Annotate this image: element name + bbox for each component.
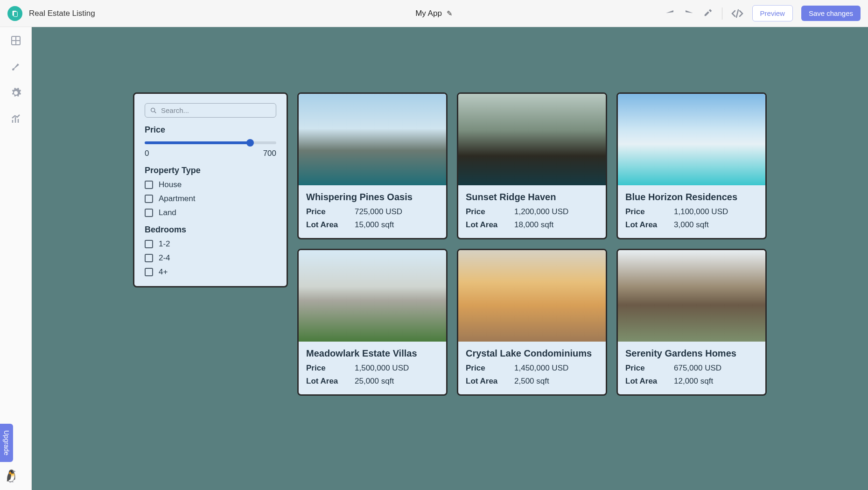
brush-icon[interactable] [10,61,22,73]
checkbox-label: Land [159,208,176,217]
price-key: Price [466,207,514,217]
lot-value: 15,000 sqft [355,220,394,230]
price-value: 1,100,000 USD [674,207,728,217]
price-value: 1,200,000 USD [514,207,568,217]
listings-grid: Whispering Pines Oasis Price725,000 USD … [297,92,767,396]
checkbox-label: Apartment [159,194,195,203]
price-key: Price [466,364,514,373]
slider-knob[interactable] [246,139,254,147]
slider-fill [145,141,250,144]
price-key: Price [625,364,674,373]
price-key: Price [306,364,355,373]
listing-card[interactable]: Crystal Lake Condominiums Price1,450,000… [457,249,607,396]
lot-value: 18,000 sqft [514,220,553,230]
mascot-icon: 🐧 [4,469,19,483]
app-title: My App [415,9,442,18]
listing-title: Whispering Pines Oasis [306,192,439,203]
redo-icon[interactable] [684,7,695,20]
checkbox-label: 4+ [159,267,168,277]
listing-image [299,250,446,342]
app-logo-icon [7,6,22,21]
undo-icon[interactable] [664,7,675,20]
chart-icon[interactable] [10,113,22,125]
price-key: Price [306,207,355,217]
listing-title: Blue Horizon Residences [625,192,758,203]
listing-title: Serenity Gardens Homes [625,348,758,359]
design-canvas[interactable]: Price 0 700 Property Type House Apartmen… [32,27,868,490]
price-value: 1,450,000 USD [514,364,568,373]
checkbox-label: 1-2 [159,239,170,249]
listing-title: Meadowlark Estate Villas [306,348,439,359]
price-max: 700 [263,149,276,158]
price-label: Price [145,125,276,135]
search-wrapper [145,103,276,118]
svg-line-9 [154,112,156,113]
toolbar-divider [722,7,722,20]
svg-rect-1 [14,12,17,17]
lot-key: Lot Area [306,220,355,230]
listing-card[interactable]: Meadowlark Estate Villas Price1,500,000 … [297,249,448,396]
price-slider[interactable] [145,141,276,144]
lot-value: 2,500 sqft [514,377,549,386]
listing-image [458,94,606,185]
checkbox-apartment[interactable] [145,195,153,203]
listing-title: Sunset Ridge Haven [466,192,598,203]
listing-image [458,250,606,342]
save-changes-button[interactable]: Save changes [801,6,861,21]
filter-panel[interactable]: Price 0 700 Property Type House Apartmen… [133,92,288,287]
bedrooms-label: Bedrooms [145,225,276,235]
property-type-label: Property Type [145,166,276,175]
workspace: Price 0 700 Property Type House Apartmen… [133,92,767,490]
preview-button[interactable]: Preview [752,5,793,21]
listing-image [299,94,446,185]
checkbox-bed-1-2[interactable] [145,240,153,248]
lot-key: Lot Area [625,220,674,230]
checkbox-land[interactable] [145,209,153,217]
listing-image [618,94,765,185]
listing-title: Crystal Lake Condominiums [466,348,598,359]
listing-card[interactable]: Serenity Gardens Homes Price675,000 USD … [616,249,767,396]
lot-value: 25,000 sqft [355,377,394,386]
lot-value: 12,000 sqft [674,377,713,386]
lot-key: Lot Area [466,377,514,386]
listing-card[interactable]: Sunset Ridge Haven Price1,200,000 USD Lo… [457,92,607,239]
search-input[interactable] [161,106,271,114]
price-min: 0 [145,149,149,158]
search-icon [150,107,157,114]
checkbox-bed-2-4[interactable] [145,254,153,262]
top-bar: Real Estate Listing My App ✎ Preview Sav… [0,0,868,27]
checkbox-label: House [159,180,182,189]
price-value: 1,500,000 USD [355,364,409,373]
code-icon[interactable] [731,9,744,18]
checkbox-house[interactable] [145,181,153,189]
checkbox-label: 2-4 [159,253,170,263]
lot-key: Lot Area [466,220,514,230]
lot-key: Lot Area [625,377,674,386]
page-name: Real Estate Listing [29,9,95,18]
listing-card[interactable]: Whispering Pines Oasis Price725,000 USD … [297,92,448,239]
checkbox-bed-4plus[interactable] [145,268,153,276]
price-key: Price [625,207,674,217]
svg-point-8 [151,108,155,112]
lot-value: 3,000 sqft [674,220,709,230]
gear-icon[interactable] [10,87,22,99]
listing-image [618,250,765,342]
edit-title-icon[interactable]: ✎ [447,9,453,18]
grid-icon[interactable] [10,35,22,47]
left-sidebar: Upgrade 🐧 [0,27,32,490]
hammer-icon[interactable] [703,7,714,20]
listing-card[interactable]: Blue Horizon Residences Price1,100,000 U… [616,92,767,239]
price-value: 725,000 USD [355,207,402,217]
upgrade-button[interactable]: Upgrade [0,424,13,462]
lot-key: Lot Area [306,377,355,386]
price-value: 675,000 USD [674,364,721,373]
